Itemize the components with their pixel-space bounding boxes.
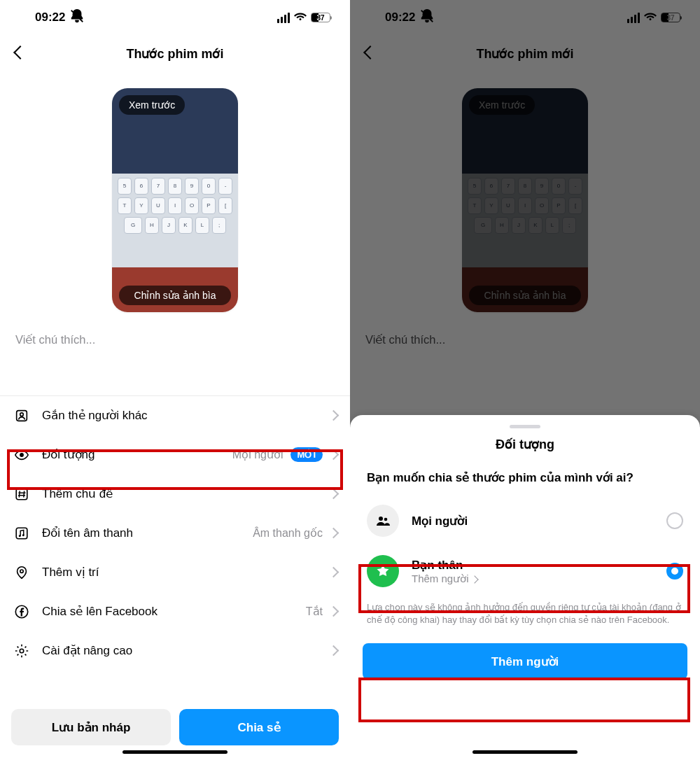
row-location[interactable]: Thêm vị trí [0, 553, 350, 592]
option-sublabel[interactable]: Thêm người [412, 573, 654, 585]
svg-point-10 [379, 517, 383, 521]
add-people-button[interactable]: Thêm người [363, 643, 687, 680]
options-list: Gắn thẻ người khác Đối tượng Mọi người M… [0, 396, 350, 671]
reel-preview[interactable]: 567890- TYUIOP[ GHJKL; Xem trước Chỉnh s… [112, 88, 238, 312]
audience-sheet: Đối tượng Bạn muốn chia sẻ thước phim củ… [350, 415, 700, 758]
battery-icon: 37 [661, 13, 680, 22]
row-label: Chia sẻ lên Facebook [42, 604, 295, 619]
reel-preview: 567890- TYUIOP[ GHJKL; Xem trước Chỉnh s… [462, 88, 588, 312]
page-header: Thước phim mới [350, 35, 700, 73]
chevron-right-icon [330, 409, 337, 422]
share-fb-value: Tắt [306, 605, 323, 618]
back-button[interactable] [360, 43, 381, 64]
person-tag-icon [13, 408, 31, 423]
option-label: Mọi người [412, 514, 654, 528]
svg-point-11 [384, 518, 388, 521]
chevron-right-icon [472, 573, 477, 584]
screen-right: 09:22 37 Thước phim mới 567890- TYUIOP[ … [350, 0, 700, 758]
people-icon [367, 505, 399, 537]
sheet-question: Bạn muốn chia sẻ thước phim của mình với… [350, 470, 700, 498]
row-share-facebook[interactable]: Chia sẻ lên Facebook Tắt [0, 592, 350, 631]
caption-input[interactable] [15, 333, 335, 346]
audio-icon [13, 526, 31, 541]
screen-left: 09:22 37 Thước phim mới 567890- TYUIOP[ … [0, 0, 350, 758]
preview-section: 567890- TYUIOP[ GHJKL; Xem trước Chỉnh s… [0, 73, 350, 312]
page-header: Thước phim mới [0, 35, 350, 73]
preview-section: 567890- TYUIOP[ GHJKL; Xem trước Chỉnh s… [350, 73, 700, 312]
status-bar: 09:22 37 [0, 0, 350, 35]
row-label: Thêm chủ đề [42, 486, 318, 501]
facebook-icon [13, 604, 31, 619]
home-indicator [122, 750, 227, 754]
cellular-icon [277, 13, 290, 23]
caption-input [365, 333, 685, 346]
svg-point-6 [22, 534, 24, 536]
home-indicator [472, 750, 578, 754]
option-close-friends[interactable]: Bạn thân Thêm người [350, 548, 700, 594]
battery-level: 37 [662, 13, 680, 22]
row-label: Cài đặt nâng cao [42, 643, 318, 658]
preview-button[interactable]: Xem trước [119, 95, 185, 115]
option-label: Bạn thân [412, 558, 654, 573]
radio-unchecked[interactable] [666, 512, 683, 529]
action-bar: Lưu bản nháp Chia sẻ [0, 709, 350, 745]
cellular-icon [627, 13, 640, 23]
preview-button: Xem trước [469, 95, 535, 115]
chevron-right-icon [330, 488, 337, 500]
row-label: Đối tượng [42, 447, 221, 462]
row-label: Gắn thẻ người khác [42, 408, 318, 423]
chevron-right-icon [330, 645, 337, 657]
sheet-note: Lựa chọn này sẽ không ảnh hưởng đến quyề… [350, 594, 700, 626]
row-rename-audio[interactable]: Đổi tên âm thanh Âm thanh gốc [0, 514, 350, 553]
wifi-icon [644, 10, 657, 25]
chevron-right-icon [330, 449, 337, 461]
new-badge: MỚI [290, 447, 323, 462]
location-icon [13, 565, 31, 580]
back-button[interactable] [10, 43, 31, 64]
option-everyone[interactable]: Mọi người [350, 498, 700, 544]
chevron-left-icon [15, 48, 25, 60]
sheet-handle[interactable] [510, 425, 540, 428]
chevron-right-icon [330, 527, 337, 540]
chevron-right-icon [330, 605, 337, 618]
radio-checked[interactable] [666, 563, 683, 580]
svg-point-5 [19, 535, 21, 537]
svg-rect-4 [16, 528, 27, 539]
audience-value: Mọi người [232, 448, 284, 461]
svg-point-1 [20, 412, 24, 416]
status-time: 09:22 [385, 10, 415, 24]
row-tag-people[interactable]: Gắn thẻ người khác [0, 396, 350, 435]
page-title: Thước phim mới [126, 46, 223, 62]
share-button[interactable]: Chia sẻ [179, 709, 339, 745]
sheet-title: Đối tượng [350, 437, 700, 452]
audio-value: Âm thanh gốc [253, 526, 323, 540]
row-audience[interactable]: Đối tượng Mọi người MỚI [0, 435, 350, 475]
eye-icon [13, 447, 31, 463]
caption-area [0, 312, 350, 346]
caption-area [350, 312, 700, 346]
status-time: 09:22 [35, 10, 65, 24]
svg-point-7 [20, 569, 23, 572]
row-label: Thêm vị trí [42, 565, 318, 580]
edit-cover-button[interactable]: Chỉnh sửa ảnh bìa [119, 286, 231, 305]
page-title: Thước phim mới [476, 46, 573, 62]
battery-icon: 37 [311, 13, 330, 22]
svg-point-9 [20, 649, 24, 653]
chevron-right-icon [330, 566, 337, 579]
svg-rect-3 [16, 489, 27, 500]
star-icon [367, 555, 399, 587]
row-advanced[interactable]: Cài đặt nâng cao [0, 631, 350, 671]
wifi-icon [294, 10, 307, 25]
chevron-left-icon [365, 48, 375, 60]
status-bar: 09:22 37 [350, 0, 700, 35]
battery-level: 37 [312, 13, 330, 22]
save-draft-button[interactable]: Lưu bản nháp [11, 709, 171, 745]
silent-icon [419, 8, 435, 27]
row-label: Đổi tên âm thanh [42, 526, 241, 540]
svg-point-2 [20, 453, 24, 457]
silent-icon [69, 8, 85, 27]
edit-cover-button: Chỉnh sửa ảnh bìa [469, 286, 581, 305]
gear-icon [13, 643, 31, 659]
hashtag-icon [13, 486, 31, 502]
row-topic[interactable]: Thêm chủ đề [0, 475, 350, 514]
